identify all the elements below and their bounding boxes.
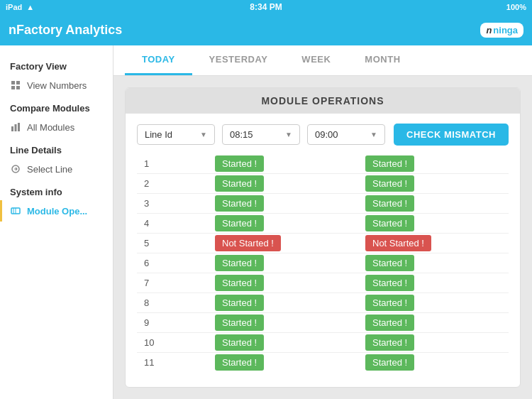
time1-dropdown-arrow: ▼: [285, 131, 292, 138]
status-badge: Started !: [365, 275, 414, 291]
sidebar-section-factory-view: Factory View: [0, 54, 113, 75]
sidebar-item-select-line[interactable]: Select Line: [0, 158, 113, 180]
app-logo: nninga: [480, 23, 523, 38]
logo-n: n: [486, 25, 492, 35]
sidebar-section-system-info: System info: [0, 180, 113, 200]
status-cell-col1: Started !: [208, 253, 358, 273]
battery-label: 100%: [506, 3, 526, 11]
check-mismatch-button[interactable]: CHECK MISMATCH: [394, 124, 509, 146]
line-id-dropdown[interactable]: Line Id ▼: [137, 124, 215, 145]
line-id-cell: 6: [137, 253, 208, 273]
svg-rect-2: [11, 86, 15, 89]
sidebar-item-all-modules-label: All Modules: [27, 122, 74, 133]
sidebar-section-line-details: Line Details: [0, 138, 113, 158]
status-cell-col1: Started !: [208, 353, 358, 373]
module-operations-card: MODULE OPERATIONS Line Id ▼ 08:15 ▼: [125, 87, 521, 388]
line-id-cell: 7: [137, 273, 208, 293]
tab-today[interactable]: TODAY: [125, 45, 192, 75]
status-cell-col1: Started !: [208, 273, 358, 293]
status-cell-col1: Not Started !: [208, 234, 358, 253]
sidebar-item-select-line-label: Select Line: [27, 164, 72, 175]
status-badge: Started !: [365, 334, 414, 351]
status-badge: Started !: [215, 255, 264, 271]
svg-rect-6: [18, 123, 20, 131]
status-cell-col1: Started !: [208, 333, 358, 353]
svg-rect-3: [16, 86, 20, 89]
status-cell-col1: Started !: [208, 313, 358, 333]
sidebar-item-view-numbers[interactable]: View Numbers: [0, 75, 113, 96]
circle-arrow-icon: [10, 163, 21, 175]
table-row: 2Started !Started !: [137, 174, 509, 194]
line-id-dropdown-arrow: ▼: [200, 131, 207, 138]
time2-dropdown[interactable]: 09:00 ▼: [307, 124, 385, 145]
controls-row: Line Id ▼ 08:15 ▼ 09:00 ▼ CHECK MISMATCH: [137, 124, 509, 146]
app-header: nFactory Analytics nninga: [0, 14, 532, 45]
time1-value: 08:15: [230, 129, 253, 140]
sidebar-section-compare-modules: Compare Modules: [0, 96, 113, 116]
sidebar-item-module-ope-label: Module Ope...: [27, 206, 87, 217]
panel-body: Line Id ▼ 08:15 ▼ 09:00 ▼ CHECK MISMATCH: [126, 114, 520, 382]
operations-table: 1Started !Started !2Started !Started !3S…: [137, 154, 509, 372]
status-cell-col2: Started !: [358, 353, 509, 373]
line-id-cell: 10: [137, 333, 208, 353]
wifi-icon: ▲: [26, 3, 34, 11]
svg-rect-1: [16, 81, 20, 84]
status-badge: Started !: [365, 155, 414, 172]
status-cell-col1: Started !: [208, 194, 358, 214]
status-bar-right: 100%: [506, 3, 526, 11]
status-cell-col2: Started !: [358, 333, 509, 353]
status-cell-col1: Started !: [208, 293, 358, 313]
svg-rect-5: [15, 124, 17, 131]
status-badge: Started !: [215, 175, 264, 192]
status-badge: Started !: [365, 195, 414, 212]
line-id-cell: 8: [137, 293, 208, 313]
app-title: nFactory Analytics: [9, 23, 122, 38]
status-badge: Started !: [215, 354, 264, 371]
status-bar-time: 8:34 PM: [250, 2, 282, 12]
status-badge: Started !: [215, 215, 264, 231]
ipad-label: iPad: [6, 3, 22, 11]
status-badge: Started !: [215, 275, 264, 291]
status-cell-col2: Started !: [358, 214, 509, 234]
line-id-cell: 4: [137, 214, 208, 234]
status-cell-col2: Started !: [358, 293, 509, 313]
sidebar-item-view-numbers-label: View Numbers: [27, 80, 87, 91]
line-id-cell: 1: [137, 154, 208, 174]
status-badge: Started !: [215, 155, 264, 172]
table-row: 7Started !Started !: [137, 273, 509, 293]
table-row: 4Started !Started !: [137, 214, 509, 234]
line-id-cell: 3: [137, 194, 208, 214]
time2-dropdown-arrow: ▼: [370, 131, 377, 138]
status-cell-col2: Started !: [358, 253, 509, 273]
status-badge: Started !: [365, 215, 414, 231]
status-badge: Started !: [365, 354, 414, 371]
status-cell-col2: Started !: [358, 313, 509, 333]
time1-dropdown[interactable]: 08:15 ▼: [222, 124, 300, 145]
status-badge: Started !: [365, 315, 414, 331]
line-id-cell: 5: [137, 234, 208, 253]
grid-icon: [10, 80, 21, 91]
status-cell-col1: Started !: [208, 154, 358, 174]
line-id-cell: 9: [137, 313, 208, 333]
svg-rect-4: [11, 126, 13, 131]
tab-month[interactable]: MONTH: [348, 45, 417, 75]
status-badge: Started !: [365, 255, 414, 271]
logo-text: ninga: [493, 25, 518, 35]
status-bar: iPad ▲ 8:34 PM 100%: [0, 0, 532, 14]
sidebar-item-module-ope[interactable]: Module Ope...: [0, 200, 113, 222]
status-badge: Started !: [365, 175, 414, 192]
table-row: 8Started !Started !: [137, 293, 509, 313]
tab-yesterday[interactable]: YESTERDAY: [192, 45, 285, 75]
status-cell-col1: Started !: [208, 174, 358, 194]
bar-chart-icon: [10, 121, 21, 133]
line-id-cell: 2: [137, 174, 208, 194]
table-row: 9Started !Started !: [137, 313, 509, 333]
table-row: 1Started !Started !: [137, 154, 509, 174]
sidebar-item-all-modules[interactable]: All Modules: [0, 116, 113, 138]
table-row: 5Not Started !Not Started !: [137, 234, 509, 253]
status-badge: Started !: [215, 315, 264, 331]
status-bar-left: iPad ▲: [6, 3, 34, 11]
tab-week[interactable]: WEEK: [284, 45, 348, 75]
status-cell-col1: Started !: [208, 214, 358, 234]
tab-bar: TODAY YESTERDAY WEEK MONTH: [113, 45, 532, 76]
